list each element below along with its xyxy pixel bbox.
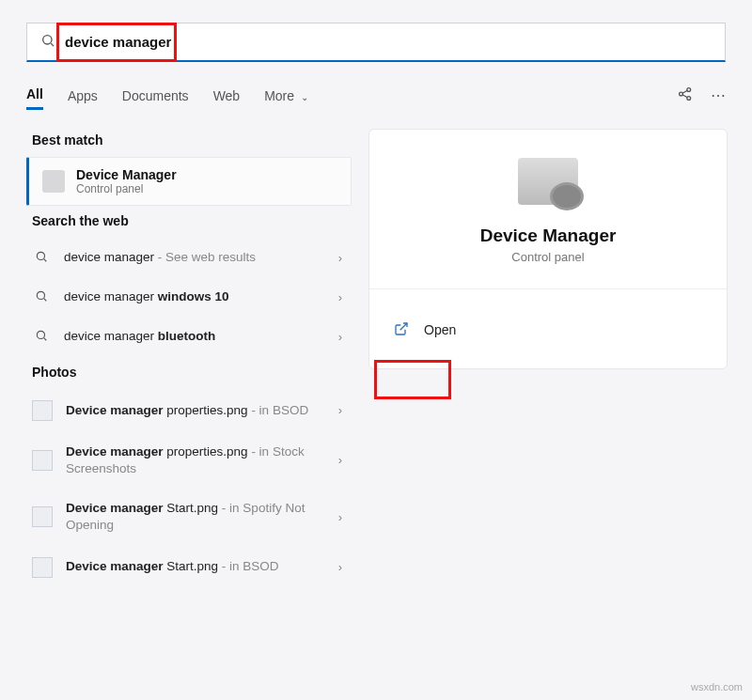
- web-result[interactable]: device manager - See web results ›: [26, 238, 352, 277]
- filter-tabs: All Apps Documents Web More ⌄ ⋯: [26, 81, 726, 110]
- photo-result-label: Device manager Start.png - in Spotify No…: [66, 500, 338, 534]
- search-bar[interactable]: [26, 23, 726, 62]
- open-external-icon: [394, 321, 411, 338]
- photo-result[interactable]: Device manager properties.png - in BSOD …: [26, 389, 352, 432]
- web-heading: Search the web: [32, 213, 352, 228]
- watermark: wsxdn.com: [691, 681, 743, 692]
- photo-result[interactable]: Device manager properties.png - in Stock…: [26, 432, 352, 489]
- best-match-result[interactable]: Device Manager Control panel: [26, 157, 352, 206]
- search-icon: [32, 250, 51, 266]
- web-result-label: device manager bluetooth: [64, 328, 338, 345]
- tab-documents[interactable]: Documents: [122, 83, 189, 109]
- open-action[interactable]: Open: [392, 314, 704, 346]
- photo-result[interactable]: Device manager Start.png - in BSOD ›: [26, 546, 352, 589]
- details-panel: Device Manager Control panel Open: [368, 129, 728, 369]
- svg-line-5: [682, 90, 687, 93]
- photo-result-label: Device manager Start.png - in BSOD: [66, 558, 338, 575]
- chevron-right-icon: ›: [338, 290, 342, 304]
- svg-line-8: [44, 258, 47, 261]
- photo-result[interactable]: Device manager Start.png - in Spotify No…: [26, 489, 352, 545]
- chevron-right-icon: ›: [338, 403, 342, 417]
- tab-more-label: More: [264, 88, 294, 103]
- details-subtitle: Control panel: [392, 250, 704, 264]
- search-icon: [32, 289, 51, 305]
- best-match-heading: Best match: [32, 132, 352, 148]
- web-result-label: device manager - See web results: [64, 249, 338, 266]
- svg-point-11: [37, 331, 44, 338]
- chevron-right-icon: ›: [338, 510, 342, 524]
- photo-result-label: Device manager properties.png - in Stock…: [66, 443, 338, 477]
- details-app-icon: [392, 158, 704, 205]
- chevron-right-icon: ›: [338, 251, 342, 265]
- photos-heading: Photos: [32, 365, 352, 380]
- svg-line-6: [682, 94, 687, 97]
- search-icon: [32, 329, 51, 345]
- svg-line-12: [44, 338, 47, 341]
- tab-apps[interactable]: Apps: [68, 83, 98, 109]
- chevron-right-icon: ›: [338, 560, 342, 574]
- photo-thumbnail-icon: [32, 557, 53, 578]
- svg-point-7: [37, 252, 44, 259]
- details-title: Device Manager: [392, 226, 704, 246]
- chevron-right-icon: ›: [338, 453, 342, 467]
- svg-line-1: [51, 43, 54, 46]
- best-match-subtitle: Control panel: [76, 182, 177, 195]
- svg-line-13: [400, 323, 407, 330]
- divider: [369, 288, 727, 289]
- chevron-right-icon: ›: [338, 330, 342, 344]
- tab-all[interactable]: All: [26, 81, 43, 110]
- search-icon: [40, 33, 55, 52]
- best-match-title: Device Manager: [76, 167, 177, 182]
- more-options-icon[interactable]: ⋯: [711, 86, 726, 104]
- search-input[interactable]: [65, 34, 712, 50]
- svg-point-0: [43, 35, 52, 43]
- web-result[interactable]: device manager windows 10 ›: [26, 277, 352, 317]
- tab-more[interactable]: More ⌄: [264, 83, 308, 109]
- tab-web[interactable]: Web: [213, 83, 241, 109]
- share-icon[interactable]: [677, 86, 694, 106]
- open-label: Open: [424, 322, 456, 337]
- svg-line-10: [44, 299, 47, 302]
- svg-point-9: [37, 291, 44, 299]
- photo-thumbnail-icon: [32, 506, 53, 527]
- chevron-down-icon: ⌄: [301, 92, 308, 102]
- web-result[interactable]: device manager bluetooth ›: [26, 317, 352, 356]
- photo-thumbnail-icon: [32, 400, 53, 421]
- photo-result-label: Device manager properties.png - in BSOD: [66, 402, 338, 419]
- device-manager-icon: [42, 170, 65, 193]
- photo-thumbnail-icon: [32, 450, 53, 471]
- web-result-label: device manager windows 10: [64, 288, 338, 305]
